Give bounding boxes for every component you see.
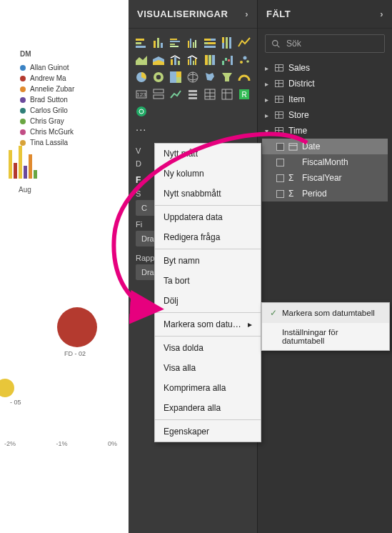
viz-filled-map-icon[interactable]: [203, 70, 217, 84]
viz-slicer-icon[interactable]: [186, 87, 200, 101]
visualizations-title: VISUALISERINGAR: [137, 9, 228, 19]
svg-rect-39: [231, 56, 233, 65]
field-row-fiscalyear[interactable]: ΣFiscalYear: [262, 170, 388, 186]
field-row-fiscalmonth[interactable]: FiscalMonth: [262, 154, 388, 170]
fields-title: FÄLT: [266, 9, 291, 19]
fields-pane: FÄLT › Sök ▸Sales ▸District ▸Item ▸Store…: [257, 0, 392, 533]
ctx-new-measure[interactable]: Nytt mått: [155, 144, 261, 164]
ctx-refresh-data[interactable]: Uppdatera data: [155, 207, 261, 227]
bar-chart-fragment: [9, 143, 37, 179]
table-row-time[interactable]: ▾Time: [262, 123, 388, 139]
sigma-icon: Σ: [288, 189, 298, 199]
viz-treemap-icon[interactable]: [169, 70, 183, 84]
svg-rect-38: [228, 59, 230, 61]
viz-clustered-bar-icon[interactable]: [169, 36, 183, 50]
svg-rect-71: [289, 143, 297, 149]
viz-donut-icon[interactable]: [151, 70, 166, 84]
svg-rect-35: [212, 55, 215, 65]
field-row-period[interactable]: ΣPeriod: [262, 186, 388, 201]
ctx-expand-all[interactable]: Expandera alla: [155, 398, 261, 418]
ctx-show-all[interactable]: Visa alla: [155, 358, 261, 378]
table-icon: [275, 111, 284, 120]
expand-icon: ▸: [265, 96, 271, 104]
viz-pie-icon[interactable]: [134, 70, 149, 84]
viz-waterfall-icon[interactable]: [220, 53, 234, 67]
checkbox-icon[interactable]: [276, 143, 284, 151]
field-row-date[interactable]: Date: [262, 139, 388, 154]
svg-rect-15: [211, 39, 216, 41]
bubble-label: FD - 02: [64, 350, 86, 357]
ctx-collapse-all[interactable]: Komprimera alla: [155, 378, 261, 398]
viz-100stacked-column-icon[interactable]: [220, 36, 234, 50]
more-icon[interactable]: ···: [129, 123, 257, 138]
viz-100stacked-bar-icon[interactable]: [203, 36, 217, 50]
viz-ribbon-icon[interactable]: [203, 53, 217, 67]
ctx-new-column[interactable]: Ny kolumn: [155, 164, 261, 184]
table-row-item[interactable]: ▸Item: [262, 91, 388, 107]
table-row-store[interactable]: ▸Store: [262, 107, 388, 123]
viz-r-icon[interactable]: R: [237, 87, 251, 101]
svg-rect-54: [154, 95, 164, 99]
legend-item: Chris McGurk: [20, 128, 74, 136]
check-icon: ✓: [269, 308, 278, 318]
ctx-mark-as-date-table[interactable]: Markera som datu…▸: [155, 314, 261, 334]
viz-map-icon[interactable]: [186, 70, 200, 84]
viz-line-stacked-column-icon[interactable]: [169, 53, 183, 67]
viz-clustered-column-icon[interactable]: [186, 36, 200, 50]
table-row-sales[interactable]: ▸Sales: [262, 60, 388, 76]
viz-funnel-icon[interactable]: [220, 70, 234, 84]
viz-gauge-icon[interactable]: [237, 70, 251, 84]
svg-rect-31: [193, 61, 194, 65]
ctx-rename[interactable]: Byt namn: [155, 251, 261, 271]
viz-table-icon[interactable]: [203, 87, 217, 101]
svg-rect-32: [195, 59, 196, 65]
ctx-new-quick-measure[interactable]: Nytt snabbmått: [155, 184, 261, 204]
legend-item: Chris Gray: [20, 117, 74, 125]
bubble-small: [0, 379, 14, 397]
sigma-icon: Σ: [288, 174, 298, 183]
viz-multirow-card-icon[interactable]: [151, 87, 166, 101]
ctx-separator: [155, 249, 261, 249]
viz-line-clustered-column-icon[interactable]: [186, 53, 200, 67]
viz-stacked-column-icon[interactable]: [151, 36, 166, 50]
checkbox-icon[interactable]: [276, 190, 284, 198]
ctx-hide[interactable]: Dölj: [155, 291, 261, 311]
checkbox-icon[interactable]: [276, 174, 284, 182]
viz-kpi-icon[interactable]: [169, 87, 183, 101]
viz-stacked-bar-icon[interactable]: [134, 36, 149, 50]
ctx-separator: [155, 312, 261, 313]
table-row-district[interactable]: ▸District: [262, 76, 388, 91]
viz-area-icon[interactable]: [134, 53, 149, 67]
visualization-type-grid: 123 R: [129, 29, 257, 123]
legend-item: Andrew Ma: [20, 74, 74, 82]
svg-rect-26: [171, 59, 173, 65]
ctx-properties[interactable]: Egenskaper: [155, 422, 261, 442]
checkbox-icon[interactable]: [276, 159, 284, 166]
field-search-input[interactable]: Sök: [265, 34, 385, 53]
svg-rect-57: [189, 97, 197, 99]
svg-rect-6: [170, 39, 177, 40]
viz-stacked-area-icon[interactable]: [151, 53, 166, 67]
ctx-delete[interactable]: Ta bort: [155, 271, 261, 291]
svg-rect-3: [154, 41, 156, 48]
svg-rect-22: [229, 37, 231, 49]
submenu-arrow-icon: ▸: [248, 319, 252, 329]
ctx-edit-query[interactable]: Redigera fråga: [155, 227, 261, 247]
svg-rect-9: [170, 46, 179, 47]
fields-header[interactable]: FÄLT ›: [258, 0, 392, 29]
table-icon: [275, 95, 284, 104]
svg-rect-5: [161, 43, 163, 48]
subctx-date-table-settings[interactable]: Inställningar för datumtabell: [262, 323, 389, 350]
svg-rect-8: [170, 44, 175, 45]
viz-card-icon[interactable]: 123: [134, 87, 149, 101]
viz-matrix-icon[interactable]: [220, 87, 234, 101]
svg-point-45: [156, 75, 161, 79]
ctx-show-hidden[interactable]: Visa dolda: [155, 338, 261, 358]
subctx-mark-as-date-table[interactable]: ✓ Markera som datumtabell: [262, 303, 389, 323]
viz-arcgis-icon[interactable]: [134, 104, 149, 119]
search-placeholder: Sök: [286, 39, 301, 49]
visualizations-header[interactable]: VISUALISERINGAR ›: [129, 0, 257, 29]
svg-marker-50: [222, 73, 232, 81]
viz-scatter-icon[interactable]: [237, 53, 251, 67]
viz-line-icon[interactable]: [237, 36, 251, 50]
